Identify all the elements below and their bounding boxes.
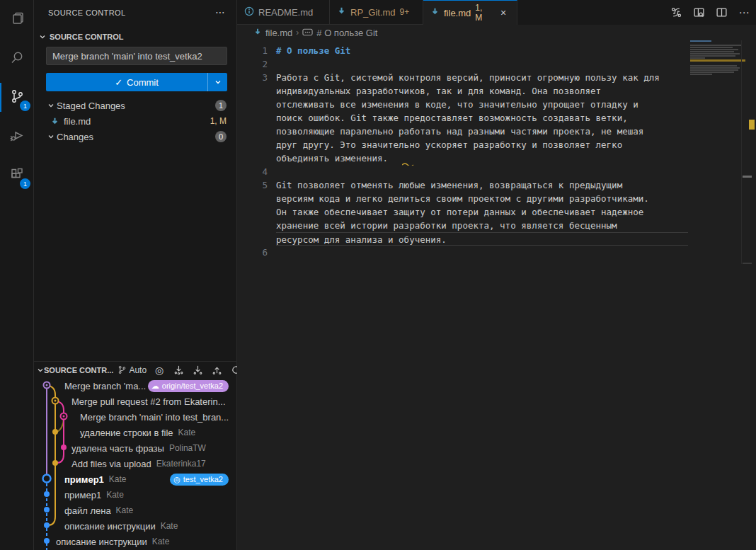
commit-message: Add files via upload <box>71 459 151 469</box>
activity-bar: 1 1 <box>0 0 34 550</box>
editor-line[interactable]: поиск ошибок. Git также предоставляет во… <box>237 111 740 125</box>
source-control-graph-panel: SOURCE CONTR... Auto ◎ <box>34 361 236 550</box>
commit-author: Kate <box>109 474 127 484</box>
branch-name: test_vetka2 <box>183 475 223 483</box>
chevron-down-icon <box>45 131 57 142</box>
push-icon[interactable] <box>211 365 222 376</box>
minimap[interactable] <box>690 40 745 125</box>
markdown-file-icon <box>337 6 346 18</box>
info-icon <box>244 6 254 18</box>
section-source-control[interactable]: SOURCE CONTROL <box>34 29 236 45</box>
editor-line[interactable]: позволяющие паралельно работать над разн… <box>237 125 740 138</box>
line-number <box>237 151 268 165</box>
minimap-line <box>690 69 738 71</box>
staged-file-row[interactable]: file.md 1, M <box>34 113 236 129</box>
sidebar-item-source-control[interactable]: 1 <box>0 78 34 117</box>
staged-changes-header[interactable]: Staged Changes 1 <box>34 98 236 113</box>
commit-row[interactable]: удалена часть фразыPolinaTW <box>34 440 236 456</box>
git-decoration: 1, M <box>210 116 227 126</box>
editor-line[interactable]: хранение всей истории разработки проекта… <box>237 219 740 232</box>
line-text: ресурсом для анализа и обучения. <box>276 232 688 246</box>
split-editor-icon[interactable] <box>714 5 729 21</box>
symbol-icon <box>302 28 313 38</box>
open-changes-icon[interactable] <box>668 5 684 21</box>
editor-line[interactable]: Он также обеспечивает защиту от потери д… <box>237 205 740 219</box>
open-preview-icon[interactable] <box>691 5 706 21</box>
commit-row[interactable]: Merge branch 'main' into test_bran... <box>34 409 236 425</box>
line-number: 3 <box>237 71 268 84</box>
commit-dropdown-button[interactable] <box>207 73 227 91</box>
editor-line[interactable]: друг другу. Это значительно ускоряет раз… <box>237 138 740 151</box>
sidebar-item-explorer[interactable] <box>0 0 34 39</box>
editor-line[interactable]: 5Git позволяет отменять любые изменения,… <box>237 178 740 192</box>
code-area[interactable]: 1# О пользе Git23Работа с Git, системой … <box>237 40 740 550</box>
line-number <box>237 192 268 205</box>
tab-badge: 1, M <box>475 3 491 23</box>
sidebar-item-search[interactable] <box>0 39 34 78</box>
close-icon[interactable]: × <box>497 6 510 19</box>
more-actions-icon[interactable]: ⋯ <box>736 5 752 21</box>
markdown-file-icon <box>50 116 59 126</box>
line-text: версиям кода и легко делиться своим прое… <box>276 192 688 205</box>
tab-label: RP_Git.md <box>350 7 396 18</box>
target-icon[interactable]: ◎ <box>154 365 165 376</box>
commit-message-input[interactable] <box>46 47 227 65</box>
overview-ruler[interactable] <box>741 40 756 264</box>
staged-count-badge: 1 <box>215 100 227 111</box>
remote-branch-badge[interactable]: ☁origin/test_vetka2 <box>148 380 229 392</box>
changes-header[interactable]: Changes 0 <box>34 129 236 144</box>
tab-file-md[interactable]: file.md 1, M × <box>423 0 517 25</box>
commit-row[interactable]: пример1Kate◎test_vetka2 <box>34 471 236 487</box>
commit-message: Merge branch 'main' into test_bran... <box>80 412 229 423</box>
editor-line[interactable]: 2 <box>237 57 740 71</box>
editor-line[interactable]: индивидуальных разработчиков, так и для … <box>237 84 740 98</box>
line-number: 5 <box>237 178 268 192</box>
line-number <box>237 111 268 125</box>
breadcrumb-file[interactable]: file.md <box>265 28 292 38</box>
commit-row[interactable]: описание инструкцииKate <box>34 518 236 534</box>
target-icon: ◎ <box>173 475 181 484</box>
commit-row[interactable]: пример1Kate <box>34 487 236 503</box>
commit-row[interactable]: Add files via uploadEkaterinka17 <box>34 456 236 471</box>
pull-icon[interactable] <box>192 365 203 376</box>
graph-panel-title: SOURCE CONTR... <box>44 366 113 374</box>
fetch-icon[interactable] <box>173 365 184 376</box>
minimap-line <box>690 45 741 46</box>
commit-row[interactable]: удаление строки в fileKate <box>34 425 236 440</box>
editor-line[interactable]: объединять изменения. <box>237 151 740 165</box>
tab-label: file.md <box>444 8 471 18</box>
commit-message: Merge branch 'ma... <box>64 381 146 391</box>
commit-row[interactable]: описание инструкцииKate <box>34 534 236 549</box>
changes-count-badge: 0 <box>215 131 227 142</box>
editor-line[interactable]: версиям кода и легко делиться своим прое… <box>237 192 740 205</box>
more-actions-icon[interactable]: ⋯ <box>212 4 228 20</box>
branch-badge[interactable]: ◎test_vetka2 <box>170 474 229 486</box>
commit-button[interactable]: ✓ Commit <box>46 73 227 91</box>
editor-line[interactable]: 3Работа с Git, системой контроля версий,… <box>237 71 740 84</box>
line-text: друг другу. Это значительно ускоряет раз… <box>276 138 688 151</box>
editor-line[interactable]: 1# О пользе Git <box>237 44 740 57</box>
commit-row[interactable]: Merge branch 'ma...☁origin/test_vetka2 <box>34 378 236 394</box>
sidebar-title: SOURCE CONTROL <box>48 8 126 17</box>
tab-readme[interactable]: README.md <box>237 0 330 25</box>
files-icon <box>8 10 25 30</box>
editor-line[interactable]: 6 <box>237 246 740 259</box>
editor-line[interactable]: отслеживать все изменения в коде, что зн… <box>237 98 740 111</box>
line-text: индивидуальных разработчиков, так и для … <box>276 84 688 98</box>
breadcrumb-symbol[interactable]: # О пользе Git <box>316 28 377 38</box>
editor-line[interactable]: ресурсом для анализа и обучения. <box>237 232 740 246</box>
markdown-file-icon <box>430 7 440 18</box>
repo-picker[interactable]: Auto <box>118 365 147 375</box>
line-number: 6 <box>237 246 268 259</box>
line-number <box>237 205 268 219</box>
sidebar-item-extensions[interactable]: 1 <box>0 156 34 195</box>
tab-rp-git[interactable]: RP_Git.md 9+ <box>330 0 423 25</box>
commit-row[interactable]: Merge pull request #2 from Ekaterin... <box>34 394 236 409</box>
commit-row[interactable]: файл ленаKate <box>34 503 236 518</box>
editor-line[interactable]: 4 <box>237 165 740 178</box>
source-control-badge: 1 <box>20 101 30 111</box>
chevron-down-icon <box>45 100 57 111</box>
line-number <box>237 219 268 232</box>
chevron-down-icon[interactable] <box>37 365 44 376</box>
sidebar-item-run-debug[interactable] <box>0 117 34 156</box>
